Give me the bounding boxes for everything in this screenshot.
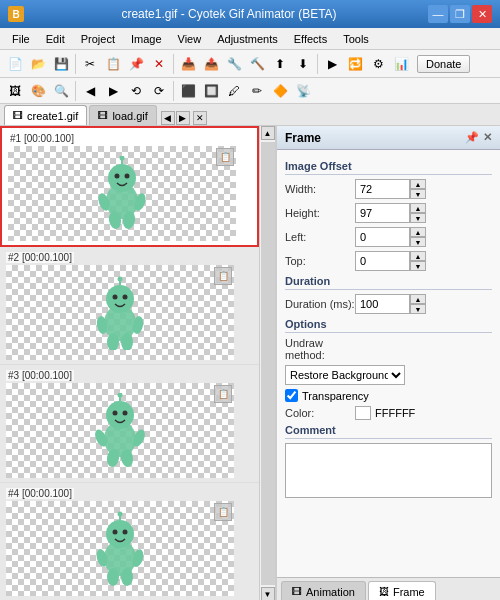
left-spin-up[interactable]: ▲ (410, 227, 426, 237)
section-imageoffset: Image Offset (285, 160, 492, 175)
tab-create1-label: create1.gif (27, 110, 78, 122)
tab-load[interactable]: 🎞 load.gif (89, 105, 156, 125)
color-swatch[interactable] (355, 406, 371, 420)
menu-tools[interactable]: Tools (335, 31, 377, 47)
duration-spin-down[interactable]: ▼ (410, 304, 426, 314)
import-button[interactable]: 📥 (177, 53, 199, 75)
tb2-btn2[interactable]: 🎨 (27, 80, 49, 102)
svg-point-32 (112, 530, 117, 535)
frame-thumb-4[interactable]: #4 [00:00.100] 📋 (0, 483, 259, 600)
left-input-group: ▲ ▼ (355, 227, 426, 247)
frame-thumb-2[interactable]: #2 [00:00.100] 📋 (0, 247, 259, 365)
tb2-btn1[interactable]: 🖼 (4, 80, 26, 102)
tb2-btn11[interactable]: ✏ (246, 80, 268, 102)
menu-adjustments[interactable]: Adjustments (209, 31, 286, 47)
svg-point-11 (106, 285, 134, 313)
scroll-up-button[interactable]: ▲ (261, 126, 275, 140)
close-button[interactable]: ✕ (472, 5, 492, 23)
section-options: Options (285, 318, 492, 333)
menu-bar: File Edit Project Image View Adjustments… (0, 28, 500, 50)
tb-btn6[interactable]: 🔨 (246, 53, 268, 75)
top-spin-down[interactable]: ▼ (410, 261, 426, 271)
pin-button[interactable]: 📌 (465, 131, 479, 144)
svg-point-23 (122, 411, 127, 416)
left-input[interactable] (355, 227, 410, 247)
scrollbar[interactable]: ▲ ▼ (260, 126, 276, 600)
open-button[interactable]: 📂 (27, 53, 49, 75)
tb-btn5[interactable]: 🔧 (223, 53, 245, 75)
toolbar-row1: 📄 📂 💾 ✂ 📋 📌 ✕ 📥 📤 🔧 🔨 ⬆ ⬇ ▶ 🔁 ⚙ 📊 Donate (0, 50, 500, 78)
tb2-btn12[interactable]: 🔶 (269, 80, 291, 102)
donate-button[interactable]: Donate (417, 55, 470, 73)
cut-button[interactable]: ✂ (79, 53, 101, 75)
tab-frame[interactable]: 🖼 Frame (368, 581, 436, 600)
tb-btn11[interactable]: 📊 (390, 53, 412, 75)
width-input[interactable] (355, 179, 410, 199)
tb2-btn10[interactable]: 🖊 (223, 80, 245, 102)
paste-button[interactable]: 📌 (125, 53, 147, 75)
tb2-btn8[interactable]: ⬛ (177, 80, 199, 102)
minimize-button[interactable]: — (428, 5, 448, 23)
tb-btn8[interactable]: ⬇ (292, 53, 314, 75)
tab-create1[interactable]: 🎞 create1.gif (4, 105, 87, 125)
play-button[interactable]: ▶ (321, 53, 343, 75)
left-spin-down[interactable]: ▼ (410, 237, 426, 247)
frame-thumb-1[interactable]: #1 [00:00.100] (0, 126, 259, 247)
duration-input[interactable] (355, 294, 410, 314)
tb2-btn5[interactable]: ▶ (102, 80, 124, 102)
width-spin-down[interactable]: ▼ (410, 189, 426, 199)
menu-effects[interactable]: Effects (286, 31, 335, 47)
tab-animation[interactable]: 🎞 Animation (281, 581, 366, 600)
export-button[interactable]: 📤 (200, 53, 222, 75)
color-label: Color: (285, 407, 355, 419)
width-spin-up[interactable]: ▲ (410, 179, 426, 189)
tb2-btn6[interactable]: ⟲ (125, 80, 147, 102)
tb2-btn3[interactable]: 🔍 (50, 80, 72, 102)
menu-project[interactable]: Project (73, 31, 123, 47)
tab-prev-button[interactable]: ◀ (161, 111, 175, 125)
new-button[interactable]: 📄 (4, 53, 26, 75)
duration-label: Duration (ms): (285, 298, 355, 310)
height-input[interactable] (355, 203, 410, 223)
top-spin-up[interactable]: ▲ (410, 251, 426, 261)
undraw-select[interactable]: Do Not Dispose Restore Background Restor… (285, 365, 405, 385)
save-button[interactable]: 💾 (50, 53, 72, 75)
height-spin-up[interactable]: ▲ (410, 203, 426, 213)
top-input[interactable] (355, 251, 410, 271)
menu-edit[interactable]: Edit (38, 31, 73, 47)
frame3-copy-button[interactable]: 📋 (214, 385, 232, 403)
tb-btn9[interactable]: 🔁 (344, 53, 366, 75)
tb-btn7[interactable]: ⬆ (269, 53, 291, 75)
copy-button[interactable]: 📋 (102, 53, 124, 75)
frame-thumb-3[interactable]: #3 [00:00.100] 📋 (0, 365, 259, 483)
frames-panel: #1 [00:00.100] (0, 126, 260, 600)
comment-textarea[interactable] (285, 443, 492, 498)
height-spin-down[interactable]: ▼ (410, 213, 426, 223)
tb2-btn13[interactable]: 📡 (292, 80, 314, 102)
svg-point-2 (114, 174, 119, 179)
bottom-tabs: 🎞 Animation 🖼 Frame (277, 577, 500, 600)
menu-image[interactable]: Image (123, 31, 170, 47)
transparency-checkbox[interactable] (285, 389, 298, 402)
svg-point-31 (106, 520, 134, 548)
frame2-copy-button[interactable]: 📋 (214, 267, 232, 285)
panel-title: Frame (285, 131, 321, 145)
tb-btn10[interactable]: ⚙ (367, 53, 389, 75)
tb2-btn7[interactable]: ⟳ (148, 80, 170, 102)
tab-next-button[interactable]: ▶ (176, 111, 190, 125)
panel-close-button[interactable]: ✕ (483, 131, 492, 144)
tab-close-button[interactable]: ✕ (193, 111, 207, 125)
tb2-btn4[interactable]: ◀ (79, 80, 101, 102)
menu-view[interactable]: View (170, 31, 210, 47)
duration-spin-up[interactable]: ▲ (410, 294, 426, 304)
tb2-btn9[interactable]: 🔲 (200, 80, 222, 102)
menu-file[interactable]: File (4, 31, 38, 47)
scroll-down-button[interactable]: ▼ (261, 587, 275, 600)
top-input-group: ▲ ▼ (355, 251, 426, 271)
frame4-copy-button[interactable]: 📋 (214, 503, 232, 521)
frame1-copy-button[interactable]: 📋 (216, 148, 234, 166)
delete-button[interactable]: ✕ (148, 53, 170, 75)
height-label: Height: (285, 207, 355, 219)
window-controls[interactable]: — ❐ ✕ (428, 5, 492, 23)
restore-button[interactable]: ❐ (450, 5, 470, 23)
